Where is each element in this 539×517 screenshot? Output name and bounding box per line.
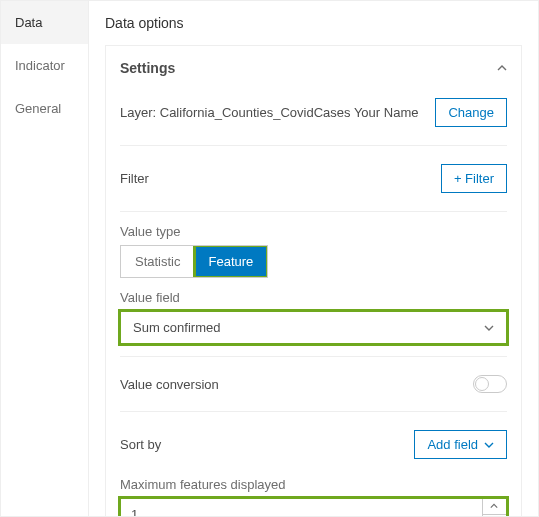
value-field-selected: Sum confirmed bbox=[133, 320, 220, 335]
settings-heading: Settings bbox=[120, 60, 175, 76]
value-type-statistic[interactable]: Statistic bbox=[121, 246, 195, 277]
sidebar-item-data[interactable]: Data bbox=[1, 1, 88, 44]
sidebar: Data Indicator General bbox=[1, 1, 89, 516]
sidebar-item-label: General bbox=[15, 101, 61, 116]
max-features-label: Maximum features displayed bbox=[120, 477, 507, 492]
value-type-label: Value type bbox=[120, 224, 507, 239]
divider bbox=[120, 145, 507, 146]
chevron-down-icon bbox=[484, 323, 494, 333]
sidebar-item-general[interactable]: General bbox=[1, 87, 88, 130]
value-field-block: Value field Sum confirmed bbox=[120, 290, 507, 344]
max-features-input[interactable] bbox=[121, 499, 482, 516]
layer-label: Layer: California_Counties_CovidCases Yo… bbox=[120, 105, 418, 120]
sort-by-label: Sort by bbox=[120, 437, 161, 452]
chevron-down-icon bbox=[484, 440, 494, 450]
divider bbox=[120, 411, 507, 412]
max-features-block: Maximum features displayed bbox=[120, 477, 507, 516]
sidebar-item-label: Data bbox=[15, 15, 42, 30]
value-type-feature[interactable]: Feature bbox=[195, 246, 268, 277]
change-button[interactable]: Change bbox=[435, 98, 507, 127]
max-features-stepper bbox=[120, 498, 507, 516]
add-field-button-label: Add field bbox=[427, 437, 478, 452]
add-filter-button[interactable]: + Filter bbox=[441, 164, 507, 193]
change-button-label: Change bbox=[448, 105, 494, 120]
sort-by-row: Sort by Add field bbox=[120, 424, 507, 465]
layer-row: Layer: California_Counties_CovidCases Yo… bbox=[120, 92, 507, 133]
stepper-buttons bbox=[482, 499, 506, 516]
value-conversion-row: Value conversion bbox=[120, 369, 507, 399]
add-field-button[interactable]: Add field bbox=[414, 430, 507, 459]
filter-label: Filter bbox=[120, 171, 149, 186]
filter-row: Filter + Filter bbox=[120, 158, 507, 199]
main-panel: Data options Settings Layer: California_… bbox=[89, 1, 538, 516]
settings-card: Settings Layer: California_Counties_Covi… bbox=[105, 45, 522, 516]
value-conversion-toggle[interactable] bbox=[473, 375, 507, 393]
divider bbox=[120, 211, 507, 212]
value-type-block: Value type Statistic Feature bbox=[120, 224, 507, 278]
value-field-label: Value field bbox=[120, 290, 507, 305]
toggle-knob bbox=[475, 377, 489, 391]
sidebar-item-indicator[interactable]: Indicator bbox=[1, 44, 88, 87]
settings-heading-row[interactable]: Settings bbox=[120, 60, 507, 76]
chevron-up-icon bbox=[497, 63, 507, 73]
add-filter-button-label: + Filter bbox=[454, 171, 494, 186]
app-root: Data Indicator General Data options Sett… bbox=[0, 0, 539, 517]
step-down-button[interactable] bbox=[483, 515, 506, 516]
value-type-segment: Statistic Feature bbox=[120, 245, 268, 278]
value-field-select[interactable]: Sum confirmed bbox=[120, 311, 507, 344]
divider bbox=[120, 356, 507, 357]
chevron-up-icon bbox=[490, 502, 500, 512]
sidebar-item-label: Indicator bbox=[15, 58, 65, 73]
value-conversion-label: Value conversion bbox=[120, 377, 219, 392]
step-up-button[interactable] bbox=[483, 499, 506, 515]
page-title: Data options bbox=[105, 1, 522, 45]
